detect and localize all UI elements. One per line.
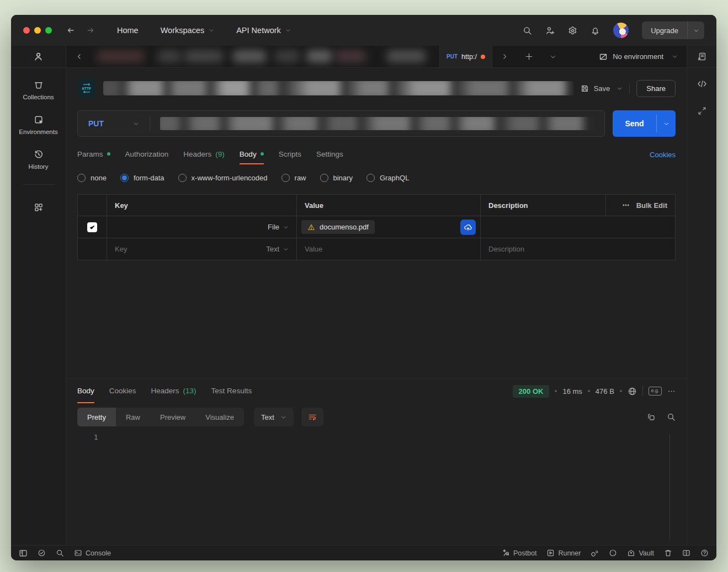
response-body-editor[interactable]: 1: [77, 427, 676, 545]
view-raw[interactable]: Raw: [116, 408, 150, 426]
save-button[interactable]: Save: [581, 84, 610, 93]
blurred-url-input[interactable]: [160, 117, 594, 130]
new-tab-icon[interactable]: [517, 46, 541, 67]
status-badge[interactable]: 200 OK: [513, 385, 550, 398]
runner-button[interactable]: Runner: [546, 549, 581, 557]
sidebar-item-collections[interactable]: Collections: [23, 80, 54, 100]
bulk-edit-button[interactable]: Bulk Edit: [636, 201, 667, 210]
description-cell[interactable]: Description: [480, 238, 675, 260]
syntax-check-icon[interactable]: [38, 549, 46, 557]
response-tab-test-results[interactable]: Test Results: [211, 379, 252, 403]
response-tab-body[interactable]: Body: [77, 379, 94, 403]
avatar[interactable]: [613, 23, 629, 38]
bell-icon[interactable]: [591, 26, 600, 35]
collapse-expand-icon[interactable]: [698, 106, 706, 115]
method-selector[interactable]: PUT: [78, 119, 150, 128]
collections-icon: [34, 80, 44, 90]
profile-icon[interactable]: [33, 51, 44, 62]
postbot-button[interactable]: Postbot: [502, 549, 536, 557]
back-icon[interactable]: [66, 26, 75, 35]
radio-icon: [281, 174, 290, 182]
capture-requests-icon[interactable]: [591, 549, 599, 557]
format-selector[interactable]: Text: [254, 408, 294, 426]
save-options-chevron-icon[interactable]: [617, 85, 623, 92]
mode-binary[interactable]: binary: [320, 174, 353, 182]
close-window-button[interactable]: [23, 27, 30, 34]
share-button[interactable]: Share: [636, 80, 676, 97]
scroll-tabs-left-icon[interactable]: [66, 46, 92, 67]
sidebar-item-environments[interactable]: Environments: [19, 115, 57, 135]
find-icon[interactable]: [56, 549, 64, 557]
search-response-icon[interactable]: [667, 413, 676, 421]
globe-icon[interactable]: [628, 387, 637, 396]
search-icon[interactable]: [523, 26, 532, 35]
sidebar-item-history[interactable]: History: [29, 149, 49, 170]
maximize-window-button[interactable]: [45, 27, 52, 34]
gear-icon[interactable]: [568, 26, 577, 35]
mode-raw[interactable]: raw: [281, 174, 306, 182]
cookies-icon[interactable]: [609, 549, 617, 557]
response-tab-headers[interactable]: Headers(13): [151, 379, 196, 403]
tab-scripts[interactable]: Scripts: [279, 145, 301, 164]
value-cell[interactable]: Value: [296, 238, 480, 260]
upload-file-button[interactable]: [460, 220, 476, 235]
mode-none[interactable]: none: [77, 174, 107, 182]
attached-file-chip[interactable]: documenso.pdf: [301, 220, 375, 234]
sidebar-item-label: History: [29, 163, 49, 170]
editor-scrollbar[interactable]: [669, 434, 670, 539]
view-pretty[interactable]: Pretty: [77, 408, 116, 426]
mode-graphql[interactable]: GraphQL: [366, 174, 409, 182]
save-as-example-icon[interactable]: e.g.: [649, 387, 662, 395]
tab-params[interactable]: Params: [77, 145, 110, 164]
response-view-switch: Pretty Raw Preview Visualize: [77, 408, 244, 426]
tab-settings[interactable]: Settings: [316, 145, 343, 164]
nav-api-network[interactable]: API Network: [236, 26, 291, 35]
nav-home[interactable]: Home: [117, 26, 139, 35]
send-options-chevron-icon[interactable]: [657, 110, 676, 137]
value-type-selector[interactable]: File: [268, 223, 289, 231]
response-time[interactable]: 16 ms: [562, 387, 582, 395]
response-options-icon[interactable]: [667, 387, 676, 395]
description-cell[interactable]: [480, 216, 675, 238]
scroll-tabs-right-icon[interactable]: [492, 46, 517, 67]
tab-authorization[interactable]: Authorization: [125, 145, 169, 164]
send-button[interactable]: Send: [613, 110, 676, 137]
forward-icon[interactable]: [86, 26, 95, 35]
code-snippet-icon[interactable]: [697, 79, 707, 89]
tab-headers[interactable]: Headers(9): [183, 145, 225, 164]
wrap-text-button[interactable]: [301, 408, 323, 426]
row-checkbox-checked[interactable]: [87, 222, 97, 232]
mode-form-data[interactable]: form-data: [120, 174, 164, 182]
column-options-icon[interactable]: [622, 201, 630, 209]
chevron-down-icon: [283, 224, 289, 230]
value-type-selector[interactable]: Text: [266, 245, 289, 253]
tab-body[interactable]: Body: [240, 145, 264, 164]
mode-x-www-form-urlencoded[interactable]: x-www-form-urlencoded: [178, 174, 268, 182]
environment-selector[interactable]: No environment: [599, 46, 687, 67]
view-visualize[interactable]: Visualize: [195, 408, 244, 426]
vault-button[interactable]: Vault: [627, 549, 654, 557]
trash-icon[interactable]: [664, 549, 672, 557]
table-row-checkbox-cell: [78, 238, 107, 260]
active-request-tab[interactable]: PUT http:/: [439, 46, 492, 67]
key-cell[interactable]: File: [107, 216, 296, 238]
copy-icon[interactable]: [647, 413, 656, 421]
environment-quick-look-icon[interactable]: [697, 52, 706, 61]
two-pane-view-icon[interactable]: [682, 549, 690, 557]
view-preview[interactable]: Preview: [150, 408, 195, 426]
tab-options-chevron-icon[interactable]: [541, 46, 565, 67]
cookies-link[interactable]: Cookies: [650, 151, 676, 159]
toggle-sidebar-icon[interactable]: [19, 549, 28, 558]
console-button[interactable]: Console: [74, 549, 111, 557]
nav-workspaces[interactable]: Workspaces: [161, 26, 215, 35]
key-cell[interactable]: Key Text: [107, 238, 296, 260]
response-size[interactable]: 476 B: [596, 387, 614, 395]
upgrade-button[interactable]: Upgrade: [642, 22, 704, 39]
more-tools-icon[interactable]: [34, 202, 44, 212]
chevron-down-icon[interactable]: [688, 22, 704, 39]
help-icon[interactable]: [700, 549, 709, 557]
minimize-window-button[interactable]: [34, 27, 41, 34]
tab-title: http:/: [461, 53, 477, 61]
response-tab-cookies[interactable]: Cookies: [109, 379, 136, 403]
invite-user-icon[interactable]: [545, 26, 555, 35]
